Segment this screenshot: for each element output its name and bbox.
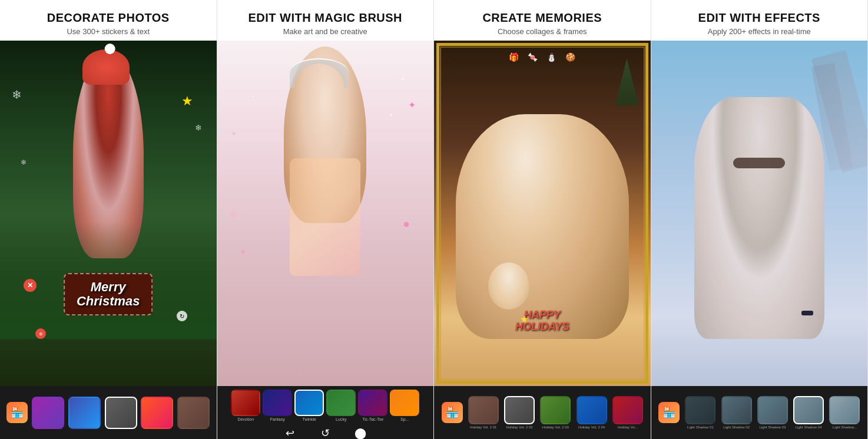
- panel-effects-image: [651, 41, 868, 386]
- brush-pack-twinkle[interactable]: Twinkle: [294, 390, 324, 421]
- reset-button[interactable]: ↺: [313, 421, 337, 439]
- panel-decorate-subtitle: Use 300+ stickers & text: [6, 27, 211, 36]
- brush-pack-sparkle[interactable]: Sp...: [390, 390, 419, 421]
- thumb-sticker-2[interactable]: [68, 397, 101, 429]
- panel-magic-brush-subtitle: Make art and be creative: [223, 27, 428, 36]
- panel-magic-brush-bottom: Devotion Fantasy Twinkle Lucky Tic-Tac-T…: [217, 386, 434, 439]
- panel-decorate: DECORATE PHOTOS Use 300+ stickers & text…: [0, 0, 217, 439]
- panel-decorate-title: DECORATE PHOTOS: [6, 11, 211, 25]
- fill-button[interactable]: ⬤: [349, 421, 372, 439]
- undo-button[interactable]: ↩: [278, 421, 302, 439]
- panel-magic-brush-title: EDIT WITH MAGIC BRUSH: [223, 11, 428, 25]
- panel-decorate-header: DECORATE PHOTOS Use 300+ stickers & text: [0, 0, 217, 41]
- panel-effects: EDIT WITH EFFECTS Apply 200+ effects in …: [651, 0, 869, 439]
- brush-pack-lucky[interactable]: Lucky: [326, 390, 356, 421]
- frame-holiday-4[interactable]: Holiday Vol. 2 04: [577, 396, 607, 429]
- panel-memories-header: CREATE MEMORIES Choose collages & frames: [434, 0, 651, 41]
- panel-magic-brush-image: ✦ ● ● ● ● • • •: [217, 41, 434, 386]
- effect-light-3[interactable]: Light Shadow 03: [757, 396, 788, 429]
- panel-memories-subtitle: Choose collages & frames: [440, 27, 645, 36]
- panel-effects-subtitle: Apply 200+ effects in real-time: [657, 27, 862, 36]
- thumb-sticker-1[interactable]: [32, 397, 64, 429]
- panel-effects-bottom: 🏪 Light Shadow 01 Light Shadow 02 Light …: [651, 386, 868, 439]
- panel-decorate-bottom: 🏪: [0, 386, 217, 439]
- store-icon-effects[interactable]: 🏪: [658, 402, 680, 423]
- frame-holiday-5[interactable]: Holiday Vo...: [612, 396, 643, 429]
- brush-pack-tictactoe[interactable]: Tic-Tac-Toe: [358, 390, 387, 421]
- effect-light-5[interactable]: Light Shadow...: [829, 396, 860, 429]
- store-icon-memories[interactable]: 🏪: [442, 402, 463, 423]
- panel-memories-title: CREATE MEMORIES: [440, 11, 645, 25]
- thumb-sticker-4[interactable]: [141, 397, 173, 429]
- effect-light-2[interactable]: Light Shadow 02: [721, 396, 752, 429]
- thumb-sticker-5[interactable]: [177, 397, 210, 429]
- store-icon-decorate[interactable]: 🏪: [6, 402, 28, 423]
- panel-magic-brush: EDIT WITH MAGIC BRUSH Make art and be cr…: [217, 0, 435, 439]
- panel-memories-image: 🎁🍬⛄🍪 HAPPYHOLIDAYS ⭐: [434, 41, 651, 386]
- panel-effects-title: EDIT WITH EFFECTS: [657, 11, 862, 25]
- frame-holiday-2[interactable]: Holiday Vol. 2 02: [504, 396, 535, 429]
- thumb-sticker-3[interactable]: [105, 397, 137, 429]
- effect-light-1[interactable]: Light Shadow 01: [685, 396, 715, 429]
- panel-memories-bottom: 🏪 Holiday Vol. 2 01 Holiday Vol. 2 02 Ho…: [434, 386, 651, 439]
- frame-holiday-3[interactable]: Holiday Vol. 2 03: [540, 396, 571, 429]
- brush-pack-devotion[interactable]: Devotion: [231, 390, 260, 421]
- brush-pack-fantasy[interactable]: Fantasy: [263, 390, 292, 421]
- panel-memories: CREATE MEMORIES Choose collages & frames…: [434, 0, 651, 439]
- frame-holiday-1[interactable]: Holiday Vol. 2 01: [468, 396, 499, 429]
- panel-magic-brush-header: EDIT WITH MAGIC BRUSH Make art and be cr…: [217, 0, 434, 41]
- effect-light-4[interactable]: Light Shadow 04: [793, 396, 824, 429]
- panel-effects-header: EDIT WITH EFFECTS Apply 200+ effects in …: [651, 0, 868, 41]
- brush-packs-row: Devotion Fantasy Twinkle Lucky Tic-Tac-T…: [227, 390, 423, 421]
- brush-controls-row: ↩ ↺ ⬤: [278, 421, 372, 439]
- panel-decorate-image: MerryChristmas ✕ ↻ ⊕ ❄ ❄ ❄ ★: [0, 41, 217, 386]
